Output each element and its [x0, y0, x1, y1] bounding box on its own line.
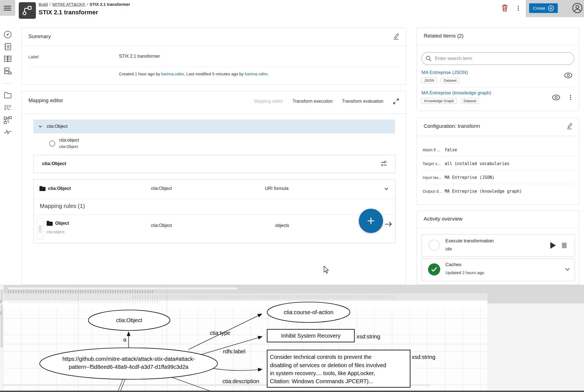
description-line3: in system recovery.... tools, like AppLo…	[270, 370, 375, 376]
related-search[interactable]	[421, 52, 574, 65]
breadcrumb-mitre[interactable]: MITRE ATT&CK®	[52, 2, 85, 7]
node-uri-line2: pattern--f5d8eed6-48a9-4cdf-a3d7-d1ffa99…	[69, 364, 189, 370]
datatype-xsd-string: xsd:string	[357, 333, 380, 340]
node-class-object-label: ctia:Object	[116, 317, 142, 323]
success-check-icon	[428, 263, 440, 276]
sidebar-item-ontology[interactable]	[4, 55, 12, 63]
search-input[interactable]	[434, 55, 570, 62]
grip-dots-icon	[39, 225, 42, 232]
rdf-graph: ctia:Object ctia:course-of-action https:…	[0, 285, 584, 391]
activity-caches-row: Caches Updated 2 hours ago	[421, 258, 575, 281]
related-item-link[interactable]: MA Entreprise (knowledge graph)	[421, 90, 491, 96]
description-line1: Consider technical controls to prevent t…	[270, 354, 371, 360]
application-window: Build/MITRE ATT&CK®/STIX 2.1 transformer…	[0, 0, 584, 392]
tree-child-secondary: ctia:Object	[59, 144, 78, 149]
tune-sliders-icon[interactable]	[380, 160, 387, 167]
user-avatar[interactable]	[572, 2, 583, 15]
period: .	[268, 71, 269, 76]
edge-offscreen	[118, 378, 123, 391]
config-row-label: Target v...	[423, 161, 444, 166]
description-line2: disabling of services or deletion of fil…	[270, 362, 386, 368]
expand-fullscreen-icon[interactable]	[393, 98, 399, 105]
rule-header-label: ctia:Object	[48, 186, 71, 191]
search-icon	[426, 55, 432, 62]
sidebar-item-projects[interactable]	[4, 91, 12, 99]
divider	[34, 214, 395, 215]
idle-status-ring-icon	[428, 239, 440, 251]
server-eye-icon	[4, 67, 12, 75]
related-item-tags: JSON Dataset	[421, 78, 462, 83]
related-item-link[interactable]: MA Entreprise (JSON)	[421, 70, 468, 75]
config-row-value: MA Entreprise (knowledge graph)	[445, 189, 522, 194]
chevron-down-icon[interactable]	[38, 124, 43, 129]
tree-child-radio[interactable]	[49, 141, 55, 147]
sidebar-item-queries[interactable]	[4, 67, 12, 75]
tree-root-label: ctia:Object	[47, 124, 68, 129]
rule-header-formula: URI formula	[265, 186, 288, 191]
more-options-button[interactable]	[516, 4, 521, 12]
add-mapping-rule-button[interactable]	[359, 209, 383, 233]
tree-child-primary[interactable]: ctia:object	[59, 138, 79, 143]
tab-transform-evaluation[interactable]: Transform evaluation	[342, 99, 383, 104]
summary-title: Summary	[28, 33, 51, 39]
activity-execute-status: Idle	[445, 247, 452, 251]
eye-icon[interactable]	[552, 94, 561, 101]
modified-text: . Last modified 5 minutes ago by	[184, 71, 245, 76]
activity-title: Activity overview	[424, 216, 462, 222]
tab-mapping-editor[interactable]: Mapping editor	[254, 99, 283, 104]
config-row-label: Output d...	[423, 189, 444, 194]
edge-label-description: ctia:description	[222, 378, 259, 384]
tab-transform-execution[interactable]: Transform execution	[293, 99, 333, 104]
menu-hamburger-icon[interactable]	[4, 5, 11, 12]
stop-button[interactable]	[562, 243, 567, 248]
mapping-rules-box: ctia:Object ctia:Object URI formula Mapp…	[33, 179, 395, 243]
configuration-title: Configuration: transform	[424, 123, 480, 129]
configuration-edit-button[interactable]	[566, 123, 573, 131]
sidebar-item-explore[interactable]	[4, 30, 12, 39]
modified-user-link[interactable]: karima.rafes	[245, 71, 268, 76]
summary-edit-button[interactable]	[393, 33, 399, 41]
edge-label-type: ctia:type	[210, 330, 230, 336]
pencil-icon	[393, 33, 399, 40]
config-row-label: Input tas...	[423, 175, 444, 180]
divider	[29, 67, 399, 67]
rule-row-label[interactable]: Object	[55, 221, 69, 226]
sidebar-item-vocabularies[interactable]	[4, 43, 12, 51]
tree-root-row[interactable]: ctia:Object	[33, 120, 395, 133]
play-button[interactable]	[550, 242, 556, 249]
node-literal-label[interactable]: Inhibit System Recovery	[267, 329, 354, 342]
chevron-down-icon[interactable]	[384, 186, 389, 192]
chevron-down-icon[interactable]	[564, 266, 571, 272]
create-button[interactable]: Create	[529, 3, 558, 13]
selected-class-label: ctia:Object	[42, 161, 66, 166]
breadcrumb-build[interactable]: Build	[39, 2, 48, 7]
divider	[423, 156, 574, 157]
arrow-right-icon[interactable]	[384, 220, 392, 228]
folder-icon	[4, 91, 12, 99]
datatype-xsd-string: xsd:string	[412, 354, 436, 360]
node-class-ctia-object[interactable]: ctia:Object	[88, 310, 170, 330]
node-literal-description[interactable]: Consider technical controls to prevent t…	[267, 350, 410, 387]
tag-chip: JSON	[421, 78, 437, 83]
pencil-icon	[566, 123, 573, 130]
related-items-title: Related items (2)	[424, 33, 464, 39]
radio-icon	[49, 141, 55, 147]
created-user-link[interactable]: karima.rafes	[161, 71, 184, 76]
breadcrumb-separator: /	[48, 2, 52, 7]
delete-button[interactable]	[501, 4, 509, 13]
plus-icon	[366, 216, 376, 226]
divider	[423, 170, 574, 170]
eye-icon[interactable]	[564, 72, 573, 79]
pulse-icon	[4, 128, 12, 136]
node-uri-attack-pattern[interactable]: https://github.com/mitre-attack/attack-s…	[40, 348, 217, 379]
mapping-editor-card: Mapping editor Mapping editor Transform …	[22, 91, 406, 285]
node-class-course-of-action[interactable]: ctia:course-of-action	[267, 302, 350, 322]
open-book-icon	[4, 55, 12, 63]
sidebar-item-datasets[interactable]	[4, 103, 12, 112]
edge-label-rdfs: rdfs:label	[223, 348, 245, 354]
sidebar-item-activities[interactable]	[4, 128, 12, 136]
item-more-options-button[interactable]	[568, 94, 573, 101]
description-line4: Citation: Windows Commands JPCERT)...	[270, 378, 373, 384]
rule-drag-handle[interactable]	[37, 218, 44, 239]
sidebar-item-workflows[interactable]	[4, 116, 12, 124]
